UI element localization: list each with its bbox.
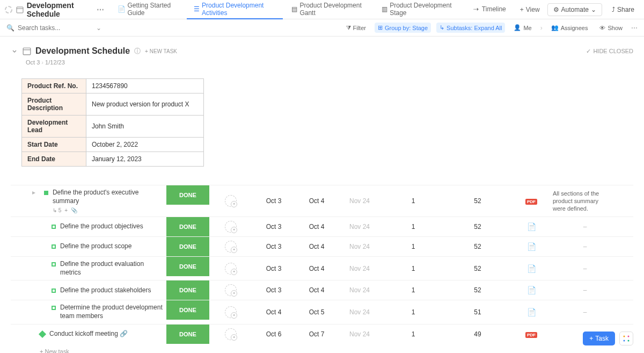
- status-badge[interactable]: DONE: [166, 217, 209, 236]
- more-icon[interactable]: ⋯: [97, 5, 104, 14]
- add-subtask[interactable]: +: [64, 207, 68, 213]
- attachment-cell[interactable]: PDF: [510, 330, 553, 338]
- due-date[interactable]: Oct 4: [295, 286, 338, 294]
- status-badge[interactable]: DONE: [166, 280, 209, 300]
- due-date[interactable]: Oct 7: [295, 330, 338, 338]
- calendar-icon: [16, 4, 25, 15]
- more-icon[interactable]: ⋯: [631, 24, 638, 32]
- svg-point-0: [5, 6, 12, 13]
- task-name: Define the product's executive summary: [53, 189, 166, 205]
- groupby-button[interactable]: ⊞Group by: Stage: [375, 23, 431, 33]
- assignee-cell[interactable]: [209, 328, 252, 340]
- status-square-icon: [52, 262, 56, 266]
- task-row[interactable]: Define the product objectivesDONEOct 3Oc…: [11, 217, 633, 236]
- page-title: Development Scheduleⓘ: [35, 46, 141, 56]
- filter-button[interactable]: ⧩Filter: [343, 23, 369, 33]
- collapse-icon[interactable]: [11, 47, 18, 55]
- status-badge[interactable]: DONE: [166, 237, 209, 256]
- task-row[interactable]: Conduct kickoff meeting 🔗DONEOct 6Oct 7N…: [11, 324, 633, 344]
- due-date[interactable]: Oct 4: [295, 223, 338, 230]
- add-task-row[interactable]: + New task: [11, 344, 633, 353]
- start-date[interactable]: Oct 3: [252, 286, 295, 294]
- filter-icon: ⧩: [346, 24, 351, 31]
- start-date[interactable]: Oct 3: [252, 265, 295, 272]
- due-date[interactable]: Oct 4: [295, 265, 338, 272]
- status-badge[interactable]: DONE: [166, 257, 209, 276]
- share-icon: ⤴: [612, 6, 615, 13]
- subtask-count[interactable]: ↳ 5: [53, 207, 61, 213]
- status-square-icon: [52, 244, 56, 249]
- assignee-cell[interactable]: [209, 221, 252, 233]
- act-duration: 52: [445, 286, 510, 294]
- add-view-button[interactable]: +View: [515, 6, 545, 13]
- attachment-cell[interactable]: 📄: [510, 286, 553, 294]
- start-date[interactable]: Oct 4: [252, 308, 295, 316]
- start-date[interactable]: Oct 3: [252, 243, 295, 250]
- expand-icon[interactable]: ▸: [32, 189, 40, 196]
- attachment-icon[interactable]: 📎: [71, 207, 77, 213]
- people-icon: 👥: [551, 24, 559, 31]
- task-row[interactable]: Define the product evaluation metricsDON…: [11, 256, 633, 280]
- date-closed: Nov 24: [338, 223, 381, 230]
- doc-title[interactable]: Development Schedule⋯: [27, 1, 105, 18]
- status-badge[interactable]: DONE: [166, 300, 209, 320]
- chevron-down-icon[interactable]: ⌄: [96, 24, 101, 32]
- tab-activities[interactable]: ☰Product Development Activities: [187, 0, 282, 19]
- new-task-button[interactable]: + NEW TASK: [145, 48, 177, 54]
- task-row[interactable]: Define the product stakeholdersDONEOct 3…: [11, 280, 633, 300]
- tab-gantt[interactable]: ▤Product Development Gantt: [285, 0, 373, 19]
- calendar-icon: [23, 47, 31, 55]
- assignee-cell[interactable]: [209, 263, 252, 275]
- doc-icon: 📄: [118, 5, 125, 13]
- automate-button[interactable]: ⚙Automate⌄: [547, 3, 602, 16]
- hide-closed-button[interactable]: ✓HIDE CLOSED: [586, 48, 633, 55]
- task-name: Define the product stakeholders: [60, 286, 151, 295]
- remarks: –: [553, 265, 617, 272]
- svg-rect-1: [17, 7, 23, 13]
- share-button[interactable]: ⤴Share: [606, 4, 640, 16]
- assignee-cell[interactable]: [209, 284, 252, 296]
- subtasks-button[interactable]: ↳Subtasks: Expand All: [436, 23, 505, 33]
- new-task-fab[interactable]: +Task: [583, 332, 615, 345]
- attachment-cell[interactable]: 📄: [510, 308, 553, 316]
- status-badge[interactable]: DONE: [166, 325, 209, 344]
- start-date[interactable]: Oct 3: [252, 223, 295, 230]
- status-badge[interactable]: DONE: [166, 185, 209, 205]
- task-name: Conduct kickoff meeting 🔗: [49, 330, 128, 338]
- start-date[interactable]: Oct 3: [252, 197, 295, 205]
- assignee-cell[interactable]: [209, 241, 252, 253]
- due-date[interactable]: Oct 4: [295, 197, 338, 205]
- assignees-button[interactable]: 👥Assignees: [548, 23, 591, 33]
- est-duration: 1: [381, 308, 445, 316]
- table-row: Development LeadJohn Smith: [22, 116, 204, 138]
- attachment-cell[interactable]: 📄: [510, 222, 553, 231]
- due-date[interactable]: Oct 4: [295, 243, 338, 250]
- status-square-icon: [52, 225, 56, 229]
- tab-timeline[interactable]: ⇢Timeline: [466, 0, 513, 19]
- milestone-icon: [39, 330, 46, 338]
- svg-point-6: [628, 336, 630, 337]
- attachment-cell[interactable]: 📄: [510, 242, 553, 251]
- act-duration: 52: [445, 265, 510, 272]
- tab-stage[interactable]: ▥Product Development Stage: [375, 0, 463, 19]
- date-closed: Nov 24: [338, 243, 381, 250]
- task-row[interactable]: Define the product scopeDONEOct 3Oct 4No…: [11, 236, 633, 256]
- table-row: Product Ref. No.1234567890: [22, 79, 204, 93]
- me-button[interactable]: 👤Me: [510, 23, 535, 33]
- due-date[interactable]: Oct 5: [295, 308, 338, 316]
- assignee-cell[interactable]: [209, 306, 252, 318]
- timeline-icon: ⇢: [472, 5, 480, 13]
- tab-getting-started[interactable]: 📄Getting Started Guide: [111, 0, 185, 19]
- task-row[interactable]: ▸Define the product's executive summary↳…: [11, 185, 633, 217]
- start-date[interactable]: Oct 6: [252, 330, 295, 338]
- task-name: Define the product objectives: [60, 222, 143, 231]
- attachment-cell[interactable]: PDF: [510, 197, 553, 205]
- search-input[interactable]: 🔍 ⌄: [6, 24, 338, 32]
- assignee-cell[interactable]: [209, 195, 252, 207]
- attachment-cell[interactable]: 📄: [510, 264, 553, 273]
- show-button[interactable]: 👁Show: [596, 23, 626, 33]
- info-icon[interactable]: ⓘ: [134, 47, 141, 56]
- remarks: All sections of the product summary were…: [553, 190, 617, 213]
- task-row[interactable]: Determine the product development team m…: [11, 300, 633, 323]
- apps-button[interactable]: [619, 332, 633, 345]
